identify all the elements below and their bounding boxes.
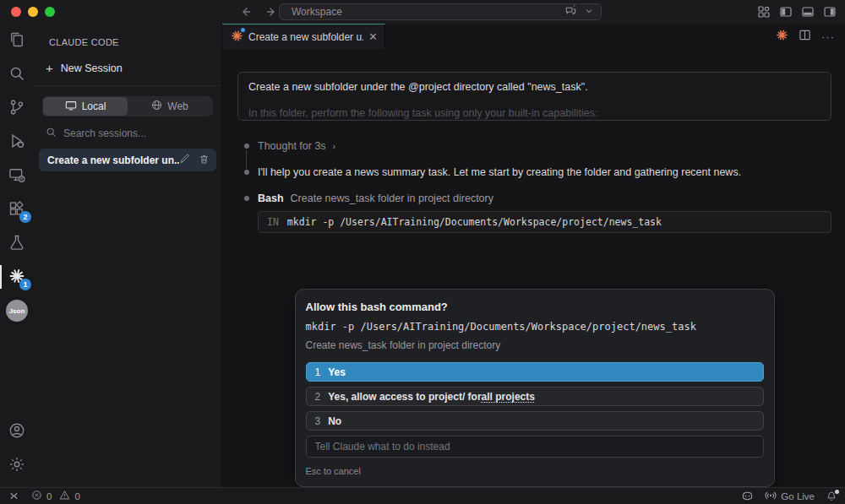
beaker-icon <box>8 234 25 253</box>
toggle-primary-sidebar-icon[interactable] <box>779 5 793 19</box>
tool-input-codebox: IN mkdir -p /Users/AITraining/Documents/… <box>258 211 831 233</box>
search-sessions-input[interactable] <box>63 127 190 139</box>
tab-web[interactable]: Web <box>128 97 212 116</box>
tab-close-icon[interactable]: ✕ <box>368 30 378 43</box>
tab-local[interactable]: Local <box>43 97 128 116</box>
status-bar: 0 0 Go Live <box>0 487 845 504</box>
debug-icon <box>8 133 25 152</box>
tool-call-row: BashCreate news_task folder in project d… <box>237 192 831 204</box>
option-key: 2 <box>315 391 321 403</box>
sidebar-item-live-preview[interactable] <box>0 159 34 192</box>
notifications-bell-icon[interactable] <box>826 490 837 502</box>
globe-icon <box>151 100 162 113</box>
copilot-chat-icon[interactable] <box>564 4 577 19</box>
claude-code-sidebar: CLAUDE CODE + New Session Local Web <box>34 24 222 487</box>
error-count: 0 <box>46 491 52 501</box>
monitor-icon <box>65 100 77 114</box>
error-icon <box>31 490 42 502</box>
option-yes-all-projects[interactable]: 2 Yes, allow access to project/ for all … <box>306 387 764 406</box>
chat-transcript: Create a new subfolder under the @projec… <box>222 49 845 487</box>
zoom-window-button[interactable] <box>45 7 55 17</box>
sidebar-item-run-debug[interactable] <box>0 125 34 159</box>
history-back-button[interactable] <box>239 5 253 19</box>
edit-pencil-icon[interactable] <box>179 154 190 167</box>
thread-line <box>246 150 247 170</box>
bullet-icon <box>244 170 249 175</box>
title-bar: Workspace <box>0 0 845 24</box>
files-icon <box>8 31 25 51</box>
option-label-underlined: all projects <box>482 391 535 403</box>
toggle-panel-icon[interactable] <box>801 5 815 19</box>
search-icon <box>46 127 57 140</box>
bullet-icon <box>244 144 249 149</box>
option-yes[interactable]: 1 Yes <box>306 362 764 382</box>
option-no[interactable]: 3 No <box>306 411 764 431</box>
problems-indicator[interactable]: 0 0 <box>31 490 80 502</box>
gear-icon <box>8 456 25 475</box>
remote-indicator[interactable] <box>8 490 19 501</box>
message-list: Thought for 3s› I'll help you create a n… <box>237 140 831 233</box>
sidebar-item-testing[interactable] <box>0 226 34 260</box>
vscode-window: Workspace 2 1 Json <box>0 0 845 504</box>
new-session-label: New Session <box>61 62 123 74</box>
sidebar-item-accounts[interactable] <box>0 415 34 448</box>
broadcast-icon <box>765 490 777 503</box>
toggle-secondary-sidebar-icon[interactable] <box>823 5 837 19</box>
go-live-button[interactable]: Go Live <box>765 490 815 503</box>
sidebar-item-explorer[interactable] <box>0 24 34 57</box>
tab-claude-session[interactable]: Create a new subfolder u... ✕ <box>222 24 385 49</box>
screen-close-icon <box>8 166 25 186</box>
prompt-line-1: Create a new subfolder under the @projec… <box>248 81 820 93</box>
sidebar-item-claude-code[interactable]: 1 <box>0 260 34 294</box>
split-editor-icon[interactable] <box>799 29 811 44</box>
tab-local-label: Local <box>82 100 106 112</box>
customize-layout-icon[interactable] <box>757 5 771 19</box>
option-key: 3 <box>315 415 321 427</box>
copilot-status-icon[interactable] <box>741 490 754 502</box>
extensions-badge: 2 <box>19 211 31 223</box>
sidebar-title: CLAUDE CODE <box>34 24 221 47</box>
sidebar-item-extensions[interactable]: 2 <box>0 192 34 226</box>
close-window-button[interactable] <box>11 7 21 17</box>
traffic-lights <box>11 7 55 17</box>
bash-permission-dialog: Allow this bash command? mkdir -p /Users… <box>295 289 775 487</box>
sidebar-item-json-extension[interactable]: Json <box>0 294 34 328</box>
command-center-label: Workspace <box>292 6 564 18</box>
thought-label: Thought for 3s <box>258 140 326 152</box>
notification-dot <box>241 28 245 32</box>
option-label: Yes, allow access to project/ for <box>328 391 481 403</box>
thought-row[interactable]: Thought for 3s› <box>237 140 831 152</box>
escape-hint: Esc to cancel <box>306 466 764 476</box>
sidebar-item-settings[interactable] <box>0 448 34 482</box>
chevron-down-icon[interactable] <box>584 6 594 19</box>
user-prompt-message[interactable]: Create a new subfolder under the @projec… <box>237 72 831 121</box>
dialog-description: Create news_task folder in project direc… <box>306 339 764 351</box>
editor-area: Create a new subfolder u... ✕ ··· Create… <box>222 24 845 487</box>
prompt-line-2: In this folder, perform the following ta… <box>248 107 820 119</box>
assistant-message-row: I'll help you create a news summary task… <box>237 166 831 178</box>
session-search <box>46 127 213 140</box>
session-source-segment: Local Web <box>42 96 213 117</box>
history-forward-button[interactable] <box>264 5 278 19</box>
more-actions-icon[interactable]: ··· <box>821 30 835 43</box>
plus-icon: + <box>46 61 53 75</box>
sidebar-item-search[interactable] <box>0 57 34 91</box>
bullet-icon <box>244 196 249 201</box>
go-live-label: Go Live <box>781 491 815 501</box>
git-branch-icon <box>8 99 25 118</box>
dialog-command: mkdir -p /Users/AITraining/Documents/Wor… <box>306 321 764 333</box>
minimize-window-button[interactable] <box>28 7 38 17</box>
code-command: mkdir -p /Users/AITraining/Documents/Wor… <box>287 216 662 228</box>
feedback-input[interactable] <box>306 436 764 458</box>
activity-bar: 2 1 Json <box>0 24 34 487</box>
claude-action-icon[interactable] <box>776 29 788 44</box>
sidebar-item-source-control[interactable] <box>0 91 34 125</box>
delete-trash-icon[interactable] <box>199 154 210 167</box>
tool-name: Bash <box>258 192 284 204</box>
json-icon: Json <box>6 300 28 322</box>
warning-count: 0 <box>74 491 79 501</box>
claude-tab-icon <box>231 30 243 45</box>
new-session-button[interactable]: + New Session <box>34 47 221 86</box>
session-list-item[interactable]: Create a new subfolder un... <box>39 149 216 171</box>
command-center[interactable]: Workspace <box>279 3 602 20</box>
